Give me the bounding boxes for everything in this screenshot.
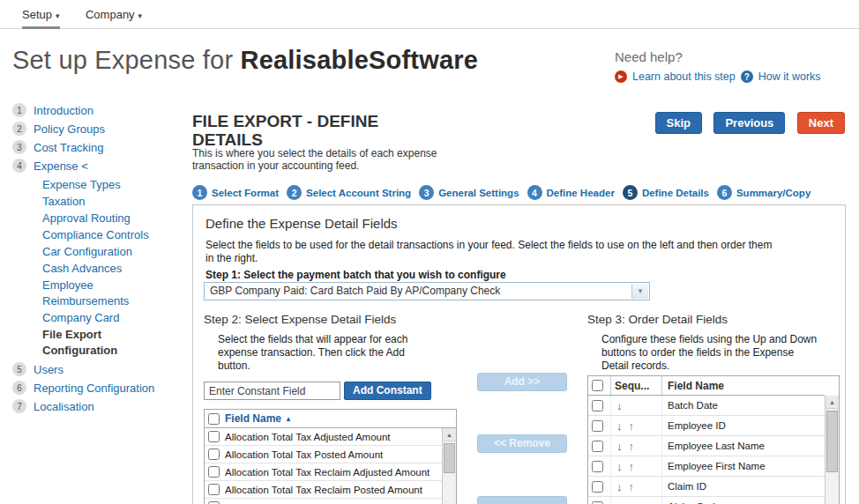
field-name-cell: Batch Date — [662, 396, 825, 415]
sidebar-item-compliance-controls[interactable]: Compliance Controls — [42, 227, 176, 243]
field-name-column-header[interactable]: Field Name — [662, 376, 825, 395]
scrollbar[interactable]: ▲ — [442, 428, 456, 504]
sequence-column-header[interactable]: Sequ... — [611, 376, 662, 395]
payment-batch-value: GBP Company Paid: Card Batch Paid By AP/… — [210, 285, 500, 297]
scrollbar-thumb[interactable] — [444, 443, 455, 473]
table-header: Field Name ▲ — [205, 410, 456, 428]
sidebar-item-car-configuration[interactable]: Car Configuration — [42, 244, 176, 260]
need-help-links: ▶ Learn about this step ? How it works — [615, 70, 821, 83]
step-tab-define-header[interactable]: 4 Define Header — [527, 185, 615, 200]
constant-field-row: Add Constant — [204, 382, 461, 400]
step-tab-select-format[interactable]: 1 Select Format — [192, 185, 279, 200]
learn-about-link[interactable]: Learn about this step — [632, 70, 736, 83]
menu-setup[interactable]: Setup▾ — [22, 0, 60, 29]
table-row[interactable]: Allocation Total Tax Reclaim Transaction… — [205, 499, 442, 504]
sidebar-item-cost-tracking[interactable]: 3 Cost Tracking — [12, 140, 189, 154]
table-row[interactable]: Allocation Total Tax Reclaim Posted Amou… — [205, 481, 442, 499]
screen: Setup▾ Company▾ Set up Expense for Reali… — [0, 0, 859, 504]
sidebar-item-employee-reimbursements[interactable]: Employee Reimbursements — [42, 278, 176, 309]
remove-button[interactable]: << Remove — [477, 434, 567, 453]
move-down-icon[interactable]: ↓ — [616, 480, 623, 493]
field-name-cell: Employee First Name — [662, 456, 825, 476]
field-name-cell: Employee ID — [662, 416, 825, 435]
row-checkbox[interactable] — [208, 466, 220, 478]
step-number-badge: 2 — [287, 185, 302, 200]
row-checkbox[interactable] — [592, 481, 603, 493]
table-row[interactable]: ↓ ↑ Employee ID — [588, 416, 825, 436]
step-number-badge: 2 — [12, 122, 26, 136]
select-all-checkbox[interactable] — [208, 413, 220, 425]
sidebar-item-introduction[interactable]: 1 Introduction — [12, 103, 189, 117]
sidebar-item-users[interactable]: 5 Users — [12, 362, 189, 376]
move-up-icon[interactable]: ↑ — [629, 419, 635, 433]
move-up-icon[interactable]: ↑ — [629, 460, 635, 473]
row-checkbox[interactable] — [592, 441, 603, 452]
previous-button[interactable]: Previous — [713, 112, 785, 134]
sidebar-item-file-export-configuration[interactable]: File Export Configuration — [42, 327, 176, 359]
sidebar-item-expense-types[interactable]: Expense Types — [42, 177, 176, 193]
chevron-down-icon[interactable]: ▼ — [631, 284, 648, 299]
move-down-icon[interactable]: ↓ — [616, 440, 623, 453]
move-down-icon[interactable]: ↓ — [616, 399, 623, 412]
row-checkbox[interactable] — [592, 400, 603, 411]
move-up-icon[interactable]: ↑ — [629, 500, 635, 504]
table-row[interactable]: ↓ ↑ Employee Last Name — [588, 436, 825, 456]
step-tab-define-details[interactable]: 5 Define Details — [623, 185, 709, 200]
top-nav: Setup▾ Company▾ — [0, 0, 859, 29]
field-name-cell: Allocation Total Tax Posted Amount — [225, 449, 383, 460]
next-button[interactable]: Next — [797, 112, 845, 134]
table-row[interactable]: Allocation Total Tax Posted Amount — [205, 446, 442, 463]
row-checkbox[interactable] — [592, 501, 603, 504]
row-checkbox[interactable] — [592, 461, 603, 472]
step-number-badge: 3 — [12, 140, 26, 154]
move-up-icon[interactable]: ↑ — [629, 480, 635, 493]
panel-heading: Define the Expense Detail Fields — [205, 216, 398, 231]
row-checkbox[interactable] — [208, 431, 220, 442]
company-name: RealisableSoftware — [241, 46, 479, 74]
field-name-column-header[interactable]: Field Name — [225, 412, 281, 425]
step-number-badge: 7 — [12, 399, 26, 413]
add-constant-button[interactable]: Add Constant — [344, 382, 431, 400]
table-row[interactable]: ↓ Batch Date — [588, 396, 825, 416]
scrollbar-thumb[interactable] — [826, 411, 838, 472]
need-help-label: Need help? — [615, 49, 683, 64]
move-down-icon[interactable]: ↓ — [616, 500, 623, 504]
sidebar-item-expense[interactable]: 4 Expense < — [12, 159, 189, 173]
table-row[interactable]: ↓ ↑ Claim ID — [588, 477, 825, 497]
sidebar-item-cash-advances[interactable]: Cash Advances — [42, 261, 176, 277]
scroll-up-icon[interactable]: ▲ — [443, 428, 456, 441]
table-row[interactable]: Allocation Total Tax Reclaim Adjusted Am… — [205, 463, 442, 481]
sidebar-item-approval-routing[interactable]: Approval Routing — [42, 211, 176, 226]
scroll-up-icon[interactable]: ▲ — [825, 396, 839, 409]
table-row[interactable]: ↓ ↑ Employee First Name — [588, 456, 825, 477]
step-tab-select-account-string[interactable]: 2 Select Account String — [287, 185, 411, 200]
sidebar-item-taxation[interactable]: Taxation — [42, 194, 176, 210]
sidebar-item-policy-groups[interactable]: 2 Policy Groups — [12, 122, 189, 136]
step-tab-general-settings[interactable]: 3 General Settings — [419, 185, 519, 200]
sidebar-item-reporting-configuration[interactable]: 6 Reporting Configuration — [12, 381, 189, 395]
step-number-badge: 6 — [12, 381, 26, 395]
chevron-down-icon: ▾ — [56, 11, 60, 20]
sidebar-item-company-card[interactable]: Company Card — [42, 310, 176, 326]
how-it-works-link[interactable]: How it works — [758, 70, 821, 83]
scrollbar[interactable]: ▲ — [825, 396, 839, 504]
row-checkbox[interactable] — [208, 484, 220, 495]
constant-field-input[interactable] — [204, 382, 340, 400]
step-tab-summary-copy[interactable]: 6 Summary/Copy — [717, 185, 810, 200]
step-number-badge: 4 — [527, 185, 542, 200]
select-all-checkbox[interactable] — [592, 380, 603, 391]
move-up-icon[interactable]: ↑ — [629, 440, 635, 453]
table-row[interactable]: ↓ ↑ Alpha Code — [588, 497, 825, 504]
menu-company[interactable]: Company▾ — [86, 0, 142, 29]
move-down-icon[interactable]: ↓ — [616, 419, 623, 433]
payment-batch-select[interactable]: GBP Company Paid: Card Batch Paid By AP/… — [204, 282, 650, 300]
transfer-button-partial[interactable] — [477, 496, 567, 504]
skip-button[interactable]: Skip — [655, 112, 702, 134]
field-name-cell: Alpha Code — [662, 497, 825, 504]
sidebar-item-localisation[interactable]: 7 Localisation — [12, 399, 189, 413]
move-down-icon[interactable]: ↓ — [616, 460, 623, 473]
table-row[interactable]: Allocation Total Tax Adjusted Amount — [205, 428, 442, 446]
add-button[interactable]: Add >> — [477, 373, 567, 391]
row-checkbox[interactable] — [592, 420, 603, 432]
row-checkbox[interactable] — [208, 448, 220, 460]
